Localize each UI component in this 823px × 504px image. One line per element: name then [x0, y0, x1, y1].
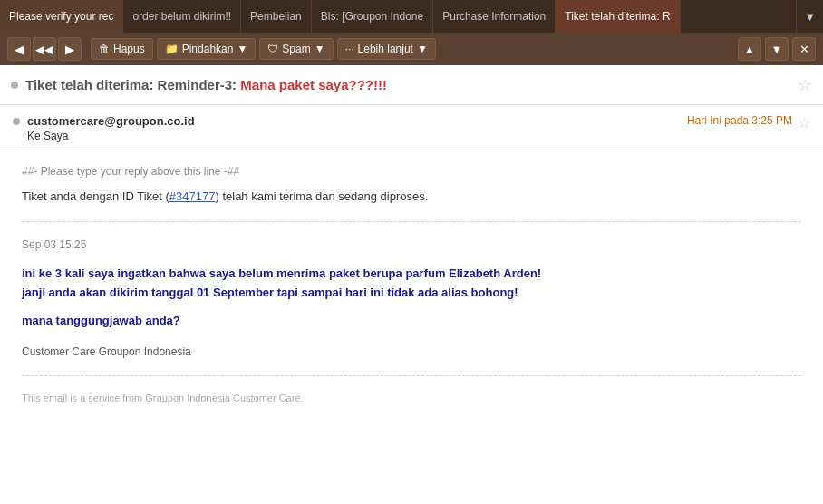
date-section: Sep 03 15:25 — [22, 237, 801, 254]
nav-buttons: ◀ ◀◀ ▶ — [7, 37, 82, 61]
email-body: ##- Please type your reply above this li… — [0, 150, 823, 419]
complaint-text: ini ke 3 kali saya ingatkan bahwa saya b… — [22, 265, 801, 303]
delete-button[interactable]: 🗑 Hapus — [91, 38, 153, 60]
tab-order[interactable]: order belum dikirim!! — [123, 0, 241, 33]
customer-care: Customer Care Groupon Indonesia — [22, 344, 801, 361]
move-icon: 📁 — [165, 43, 179, 55]
toolbar-right: ▲ ▼ ✕ — [738, 37, 816, 61]
tab-verify[interactable]: Please verify your rec — [0, 0, 123, 33]
ticket-id-link[interactable]: #347177 — [169, 189, 216, 203]
forward-icon: ▶ — [65, 43, 74, 56]
back-button[interactable]: ◀ — [7, 37, 31, 61]
back-icon: ◀ — [15, 43, 24, 56]
subject-bar: Tiket telah diterima: Reminder-3: Mana p… — [0, 65, 823, 105]
tab-pembelian[interactable]: Pembelian — [241, 0, 312, 33]
move-button[interactable]: 📁 Pindahkan ▼ — [157, 38, 257, 60]
sender-star-icon[interactable]: ☆ — [798, 114, 810, 131]
sender-info: customercare@groupon.co.id Ke Saya — [27, 114, 687, 142]
chevron-down-icon: ▼ — [315, 43, 325, 55]
sender-dot — [13, 118, 20, 125]
tab-bls[interactable]: Bls: [Groupon Indone — [312, 0, 433, 33]
divider-2 — [22, 375, 801, 376]
email-content-area[interactable]: customercare@groupon.co.id Ke Saya Hari … — [0, 105, 823, 504]
sender-to: Ke Saya — [27, 130, 687, 142]
ticket-prefix: Tiket anda dengan ID Tiket ( — [22, 189, 169, 203]
email-subject: Tiket telah diterima: Reminder-3: Mana p… — [25, 77, 790, 92]
complaint-line2: janji anda akan dikirim tanggal 01 Septe… — [22, 284, 801, 303]
email-timestamp: Hari Ini pada 3:25 PM — [687, 114, 792, 127]
spam-button[interactable]: 🛡 Spam ▼ — [259, 38, 333, 60]
chevron-down-icon: ▼ — [804, 10, 816, 24]
back-far-button[interactable]: ◀◀ — [33, 37, 56, 61]
toolbar: ◀ ◀◀ ▶ 🗑 Hapus 📁 Pindahkan ▼ 🛡 Spam ▼ ··… — [0, 33, 823, 65]
forward-button[interactable]: ▶ — [58, 37, 82, 61]
back-far-icon: ◀◀ — [35, 43, 53, 56]
ticket-line: Tiket anda dengan ID Tiket (#347177) tel… — [22, 188, 801, 207]
mana-text: mana tanggungjawab anda? — [22, 312, 801, 331]
tab-bar: Please verify your rec order belum dikir… — [0, 0, 823, 33]
sender-row: customercare@groupon.co.id Ke Saya Hari … — [0, 105, 823, 150]
close-button[interactable]: ✕ — [792, 37, 816, 61]
chevron-down-icon: ▼ — [417, 43, 428, 55]
tab-tiket[interactable]: Tiket telah diterima: R — [556, 0, 680, 33]
tab-more-button[interactable]: ▼ — [796, 0, 823, 33]
service-note: This email is a service from Groupon Ind… — [22, 391, 801, 407]
star-icon[interactable]: ☆ — [798, 75, 812, 95]
more-icon: ··· — [345, 43, 354, 55]
scroll-down-button[interactable]: ▼ — [765, 37, 789, 61]
sender-email: customercare@groupon.co.id — [27, 114, 687, 128]
trash-icon: 🗑 — [99, 43, 110, 55]
complaint-line1: ini ke 3 kali saya ingatkan bahwa saya b… — [22, 265, 801, 284]
subject-normal-text: Tiket telah diterima: Reminder-3: — [25, 77, 240, 92]
scroll-up-button[interactable]: ▲ — [738, 37, 761, 61]
more-button[interactable]: ··· Lebih lanjut ▼ — [337, 38, 436, 60]
spam-icon: 🛡 — [267, 43, 278, 55]
ticket-suffix: ) telah kami terima dan sedang diproses. — [215, 189, 428, 203]
chevron-down-icon: ▼ — [237, 43, 247, 55]
subject-dot — [11, 82, 18, 89]
meta-line: ##- Please type your reply above this li… — [22, 163, 801, 180]
subject-highlight-text: Mana paket saya???!!! — [240, 77, 387, 92]
tab-purchase[interactable]: Purchase Information — [433, 0, 556, 33]
to-value: Saya — [44, 130, 68, 142]
divider-1 — [22, 221, 801, 222]
